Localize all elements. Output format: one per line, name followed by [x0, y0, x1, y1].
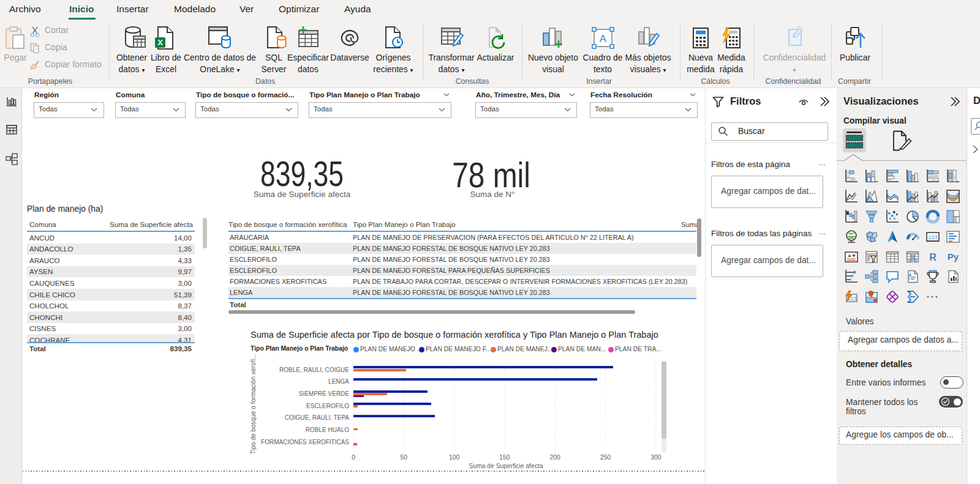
svg-text:A: A [600, 33, 607, 45]
svg-text:X: X [157, 38, 163, 47]
svg-text:R: R [929, 252, 937, 262]
svg-text:123: 123 [928, 234, 937, 240]
svg-text:Py: Py [948, 251, 959, 262]
